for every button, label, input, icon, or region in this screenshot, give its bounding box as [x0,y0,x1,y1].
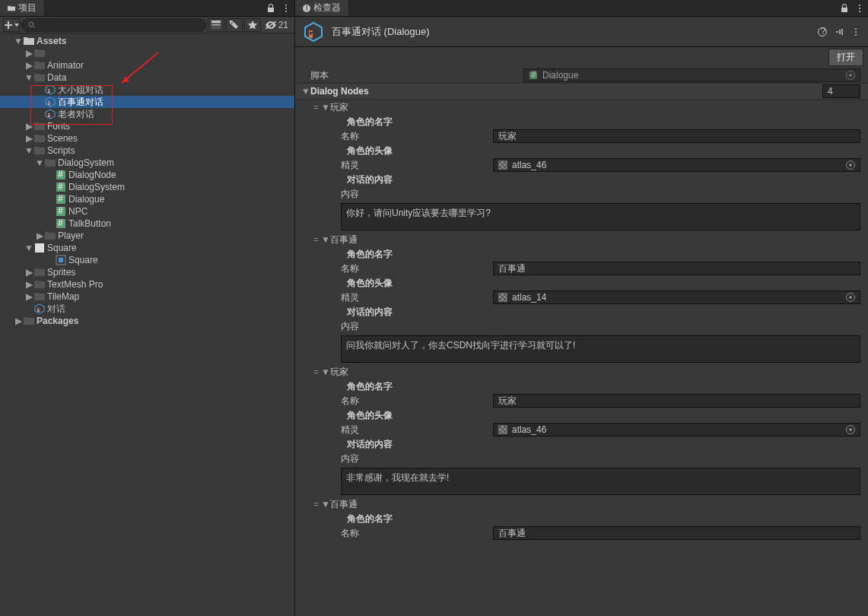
tree-folder-dialogsystem[interactable]: ▼ DialogSystem [0,157,294,169]
tab-label: 项目 [18,2,37,14]
object-picker-icon[interactable] [846,71,855,80]
name-field-row: 名称玩家 [295,393,868,408]
tree-item-square-mat[interactable]: ▼Square [0,242,294,254]
tree-folder-animator[interactable]: ▶ Animator [0,59,294,71]
role-avatar-header[interactable]: 角色的头像 [295,276,868,290]
folder-icon [8,5,15,12]
tree-folder-scenes[interactable]: ▶ Scenes [0,132,294,144]
script-field[interactable]: # Dialogue [523,68,860,82]
sprite-field-row: 精灵atlas_46 [295,422,868,437]
dialog-nodes-header[interactable]: ▼ Dialog Nodes 4 [295,83,868,100]
tree-folder-packages[interactable]: ▶Packages [0,315,294,327]
svg-point-29 [855,31,857,33]
search-by-type-button[interactable] [208,18,224,32]
project-tab-bar: 项目 [0,0,294,17]
tree-folder-blank[interactable]: ▶ [0,47,294,59]
svg-rect-5 [211,24,221,26]
tree-folder-fonts[interactable]: ▶ Fonts [0,120,294,132]
role-name-header[interactable]: 角色的名字 [295,379,868,393]
open-button[interactable]: 打开 [828,49,863,66]
sprite-thumb-icon [498,160,507,170]
lock-icon[interactable] [838,2,851,15]
role-name-header[interactable]: 角色的名字 [295,247,868,261]
tree-item-dialogue-asset[interactable]: 对话 [0,303,294,315]
tree-folder-sprites[interactable]: ▶Sprites [0,266,294,278]
panel-menu-icon[interactable] [279,2,293,15]
inspector-header: 百事通对话 (Dialogue) ? [295,17,868,47]
inspector-body[interactable]: 脚本 # Dialogue ▼ Dialog Nodes 4 =▼玩家角色的名字… [295,68,868,616]
tree-folder-player[interactable]: ▶Player [0,230,294,242]
dialog-nodes-count[interactable]: 4 [822,84,860,98]
object-picker-icon[interactable] [846,293,855,302]
tree-item-ds-0[interactable]: #DialogNode [0,169,294,181]
tree-item-ds-1[interactable]: #DialogSystem [0,181,294,193]
sprite-field[interactable]: atlas_46 [493,158,860,172]
inspector-tab-bar: i 检查器 [295,0,868,17]
panel-menu-icon[interactable] [853,2,866,15]
svg-text:i: i [306,5,308,12]
project-panel: 项目 [0,0,295,616]
project-tree[interactable]: ▼ Assets ▶ ▶ Animator ▼ Data [0,33,294,616]
role-avatar-header[interactable]: 角色的头像 [295,144,868,157]
node-header[interactable]: =▼玩家 [295,364,868,379]
role-name-header[interactable]: 角色的名字 [295,115,868,129]
scriptable-object-icon [301,20,326,44]
svg-point-30 [855,34,857,36]
tree-item-ds-4[interactable]: #TalkButton [0,218,294,230]
tab-project[interactable]: 项目 [0,0,45,16]
svg-rect-6 [211,27,221,29]
context-menu-icon[interactable] [850,26,862,38]
content-field[interactable]: 非常感谢，我现在就去学! [341,468,860,495]
tree-item-ds-2[interactable]: #Dialogue [0,193,294,205]
name-field[interactable]: 玩家 [493,129,860,143]
tree-item-data-1[interactable]: 百事通对话 [0,96,294,108]
svg-text:#: # [58,170,63,179]
tree-item-data-0[interactable]: 大小姐对话 [0,84,294,96]
node-header[interactable]: =▼百事通 [295,497,868,512]
tree-folder-assets[interactable]: ▼ Assets [0,35,294,47]
content-header[interactable]: 对话的内容 [295,173,868,186]
svg-point-2 [285,11,287,12]
inspector-panel: i 检查器 百事通对话 (Dialogue) ? 打 [295,0,868,616]
tree-folder-scripts[interactable]: ▼ Scripts [0,144,294,157]
content-label-row: 内容 [295,186,868,202]
open-bar: 打开 [295,47,868,68]
name-field[interactable]: 百事通 [493,526,860,540]
hidden-items-count[interactable]: 21 [262,20,291,30]
sprite-field[interactable]: atlas_46 [493,423,860,437]
tree-folder-textmeshpro[interactable]: ▶TextMesh Pro [0,278,294,291]
content-label-row: 内容 [295,319,868,334]
tree-item-data-2[interactable]: 老者对话 [0,108,294,120]
name-field-row: 名称百事通 [295,261,868,276]
tree-folder-tilemap[interactable]: ▶TileMap [0,291,294,303]
tree-folder-data[interactable]: ▼ Data [0,71,294,84]
role-avatar-header[interactable]: 角色的头像 [295,408,868,422]
search-by-label-button[interactable] [226,18,243,32]
node-header[interactable]: =▼百事通 [295,232,868,247]
content-field[interactable]: 问我你就问对人了，你去CSDN找向宇进行学习就可以了! [341,335,860,363]
tab-inspector[interactable]: i 检查器 [295,0,349,16]
svg-text:#: # [531,71,536,80]
search-input[interactable] [21,18,206,32]
lock-icon[interactable] [264,2,278,15]
create-button[interactable] [3,18,20,32]
svg-point-0 [285,5,287,6]
content-label-row: 内容 [295,451,868,466]
content-header[interactable]: 对话的内容 [295,305,868,319]
name-field[interactable]: 百事通 [493,262,860,275]
tree-item-ds-3[interactable]: #NPC [0,205,294,218]
object-picker-icon[interactable] [846,425,855,434]
name-field[interactable]: 玩家 [493,394,860,408]
help-icon[interactable]: ? [816,26,828,38]
node-header[interactable]: =▼玩家 [295,100,868,115]
svg-text:#: # [58,182,63,192]
sprite-field[interactable]: atlas_14 [493,291,860,304]
svg-rect-4 [211,21,221,23]
content-header[interactable]: 对话的内容 [295,437,868,451]
tree-item-square-child[interactable]: Square [0,254,294,266]
content-field[interactable]: 你好，请问Unity应该要去哪里学习? [341,203,860,230]
object-picker-icon[interactable] [846,160,855,170]
save-search-button[interactable] [244,18,261,32]
preset-icon[interactable] [833,26,845,38]
role-name-header[interactable]: 角色的名字 [295,512,868,526]
